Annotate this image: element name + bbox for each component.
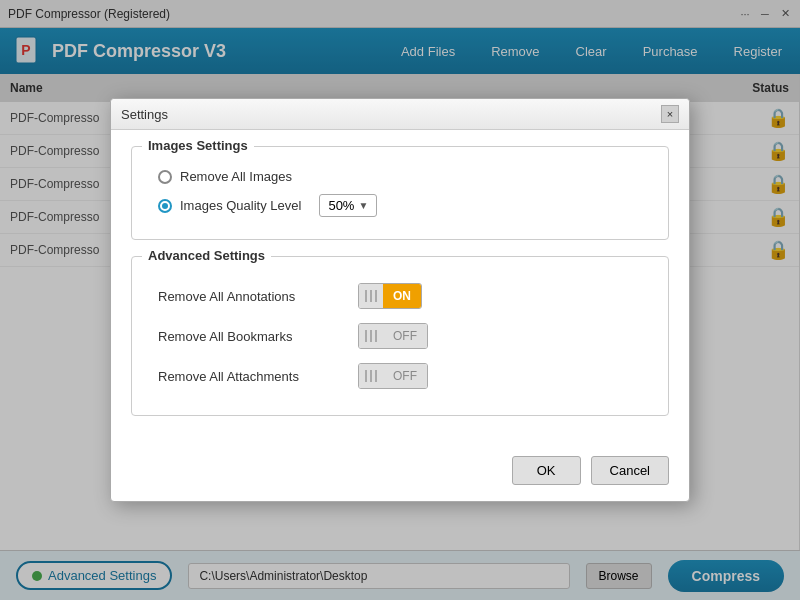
modal-overlay: Settings × Images Settings Remove All Im… <box>0 0 800 600</box>
bookmarks-toggle-off: OFF <box>383 324 427 348</box>
annotations-label: Remove All Annotations <box>158 289 358 304</box>
images-quality-label: Images Quality Level <box>180 198 301 213</box>
bookmarks-label: Remove All Bookmarks <box>158 329 358 344</box>
advanced-section-legend: Advanced Settings <box>142 248 271 263</box>
settings-dialog: Settings × Images Settings Remove All Im… <box>110 98 690 502</box>
bookmarks-toggle-lines <box>359 324 383 348</box>
lines-group <box>364 370 378 382</box>
annotations-row: Remove All Annotations ON <box>148 283 652 309</box>
lines-group <box>364 290 378 302</box>
attachments-label: Remove All Attachments <box>158 369 358 384</box>
remove-all-images-row[interactable]: Remove All Images <box>148 169 652 184</box>
cancel-button[interactable]: Cancel <box>591 456 669 485</box>
annotations-toggle[interactable]: ON <box>358 283 422 309</box>
images-section-legend: Images Settings <box>142 138 254 153</box>
images-settings-section: Images Settings Remove All Images Images… <box>131 146 669 240</box>
radio-dot <box>162 203 168 209</box>
dialog-body: Images Settings Remove All Images Images… <box>111 130 689 448</box>
dialog-title: Settings <box>121 107 168 122</box>
images-quality-radio[interactable] <box>158 199 172 213</box>
annotations-toggle-on: ON <box>383 284 421 308</box>
quality-dropdown[interactable]: 50% ▼ <box>319 194 377 217</box>
remove-all-images-label: Remove All Images <box>180 169 292 184</box>
dialog-close-button[interactable]: × <box>661 105 679 123</box>
dialog-footer: OK Cancel <box>111 448 689 501</box>
dialog-titlebar: Settings × <box>111 99 689 130</box>
bookmarks-toggle[interactable]: OFF <box>358 323 428 349</box>
lines-group <box>364 330 378 342</box>
attachments-toggle-off: OFF <box>383 364 427 388</box>
images-quality-row[interactable]: Images Quality Level 50% ▼ <box>148 194 652 217</box>
attachments-row: Remove All Attachments OFF <box>148 363 652 389</box>
dropdown-arrow-icon: ▼ <box>358 200 368 211</box>
attachments-toggle[interactable]: OFF <box>358 363 428 389</box>
advanced-settings-section: Advanced Settings Remove All Annotations <box>131 256 669 416</box>
remove-all-images-radio[interactable] <box>158 170 172 184</box>
attachments-toggle-lines <box>359 364 383 388</box>
annotations-toggle-lines <box>359 284 383 308</box>
quality-value: 50% <box>328 198 354 213</box>
bookmarks-row: Remove All Bookmarks OFF <box>148 323 652 349</box>
ok-button[interactable]: OK <box>512 456 581 485</box>
